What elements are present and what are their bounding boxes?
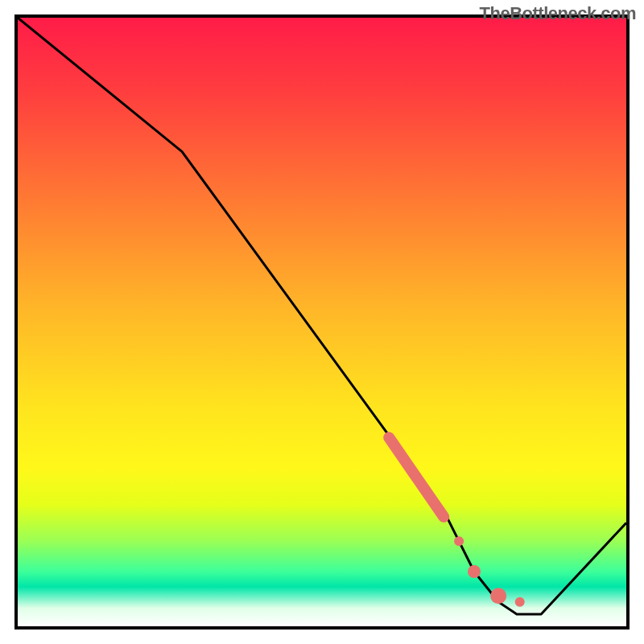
highlight-point-3 [515,597,525,607]
curve-line [18,18,626,614]
highlight-point-1 [468,565,481,578]
curve-path [18,18,626,614]
plot-area [14,14,630,630]
highlight-points [454,536,525,607]
chart-frame: TheBottleneck.com [0,0,644,644]
highlight-point-0 [454,536,464,546]
chart-overlay-svg [18,18,626,626]
watermark-label: TheBottleneck.com [480,3,636,24]
highlight-segments [389,438,444,517]
highlight-point-2 [490,588,506,604]
thick-red-segment [389,438,444,517]
